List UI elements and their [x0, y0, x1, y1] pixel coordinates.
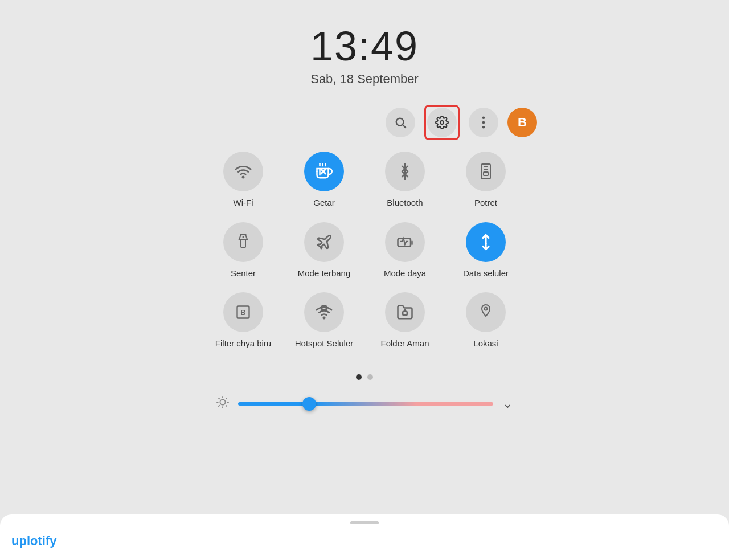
wifi-label: Wi-Fi	[234, 197, 253, 209]
bluetooth-label: Bluetooth	[387, 197, 423, 209]
tile-lokasi[interactable]: Lokasi	[454, 292, 517, 349]
tile-filter-biru[interactable]: B Filter chya biru	[212, 292, 275, 349]
mode-daya-icon	[385, 222, 425, 262]
settings-button[interactable]	[427, 108, 457, 137]
tile-wifi[interactable]: Wi-Fi	[212, 152, 275, 209]
tiles-row-2: Senter Mode terbang Mode daya	[199, 222, 530, 279]
bluetooth-icon	[385, 152, 425, 191]
senter-icon	[223, 222, 263, 262]
brightness-sun-icon	[216, 396, 229, 412]
svg-text:B: B	[240, 308, 245, 317]
tile-bluetooth[interactable]: Bluetooth	[374, 152, 436, 209]
svg-line-36	[219, 398, 219, 398]
svg-line-37	[226, 405, 227, 406]
mode-terbang-icon	[304, 222, 344, 262]
svg-point-33	[220, 399, 225, 404]
svg-line-22	[241, 234, 241, 235]
data-seluler-label: Data seluler	[463, 268, 509, 279]
svg-line-40	[219, 405, 219, 406]
folder-aman-icon	[385, 292, 425, 332]
tiles-row-3: B Filter chya biru Hotspot Seluler	[199, 292, 530, 349]
quick-tiles-container: Wi-Fi Getar	[199, 152, 530, 363]
svg-point-5	[482, 126, 485, 129]
senter-label: Senter	[231, 268, 256, 279]
svg-point-6	[243, 177, 244, 178]
tile-hotspot[interactable]: Hotspot Seluler	[293, 292, 355, 349]
svg-point-3	[482, 116, 485, 119]
filter-biru-label: Filter chya biru	[215, 338, 271, 349]
more-options-button[interactable]	[469, 108, 498, 137]
getar-icon	[304, 152, 344, 191]
svg-rect-17	[484, 172, 488, 175]
getar-label: Getar	[313, 197, 335, 209]
filter-biru-icon: B	[223, 292, 263, 332]
brightness-slider[interactable]	[238, 402, 493, 406]
avatar[interactable]: B	[507, 108, 537, 137]
svg-line-1	[403, 125, 406, 128]
pagination-dots	[356, 374, 373, 380]
settings-highlight	[424, 105, 460, 140]
svg-point-28	[323, 317, 325, 319]
tile-mode-daya[interactable]: Mode daya	[374, 222, 436, 279]
tile-folder-aman[interactable]: Folder Aman	[374, 292, 436, 349]
mode-terbang-label: Mode terbang	[298, 268, 351, 279]
time-display: 13:49	[310, 23, 419, 70]
watermark: uplotify	[11, 534, 56, 549]
tile-senter[interactable]: Senter	[212, 222, 275, 279]
svg-line-21	[245, 234, 246, 235]
data-seluler-icon	[466, 222, 506, 262]
potret-icon	[466, 152, 506, 191]
search-button[interactable]	[386, 108, 415, 137]
svg-point-4	[482, 121, 485, 124]
tile-getar[interactable]: Getar	[293, 152, 355, 209]
brightness-thumb[interactable]	[302, 397, 316, 411]
bottom-handle	[350, 521, 379, 524]
svg-line-41	[226, 398, 227, 398]
pagination-dot-1[interactable]	[356, 374, 362, 380]
brightness-expand-button[interactable]: ⌄	[502, 397, 513, 411]
svg-point-31	[404, 309, 406, 311]
tiles-row-1: Wi-Fi Getar	[199, 152, 530, 209]
folder-aman-label: Folder Aman	[380, 338, 429, 349]
svg-point-32	[485, 308, 488, 310]
tile-data-seluler[interactable]: Data seluler	[454, 222, 517, 279]
hotspot-icon	[304, 292, 344, 332]
mode-daya-label: Mode daya	[384, 268, 426, 279]
svg-point-2	[440, 121, 444, 124]
svg-rect-18	[241, 239, 245, 247]
lokasi-label: Lokasi	[473, 338, 498, 349]
potret-label: Potret	[474, 197, 497, 209]
brightness-row: ⌄	[216, 396, 513, 412]
time-section: 13:49 Sab, 18 September	[310, 23, 419, 87]
date-display: Sab, 18 September	[310, 72, 419, 87]
hotspot-label: Hotspot Seluler	[295, 338, 354, 349]
bottom-bar	[0, 514, 729, 560]
lokasi-icon	[466, 292, 506, 332]
tile-potret[interactable]: Potret	[454, 152, 517, 209]
wifi-icon	[223, 152, 263, 191]
tile-mode-terbang[interactable]: Mode terbang	[293, 222, 355, 279]
top-icons-row: B	[386, 105, 537, 140]
pagination-dot-2[interactable]	[367, 374, 373, 380]
